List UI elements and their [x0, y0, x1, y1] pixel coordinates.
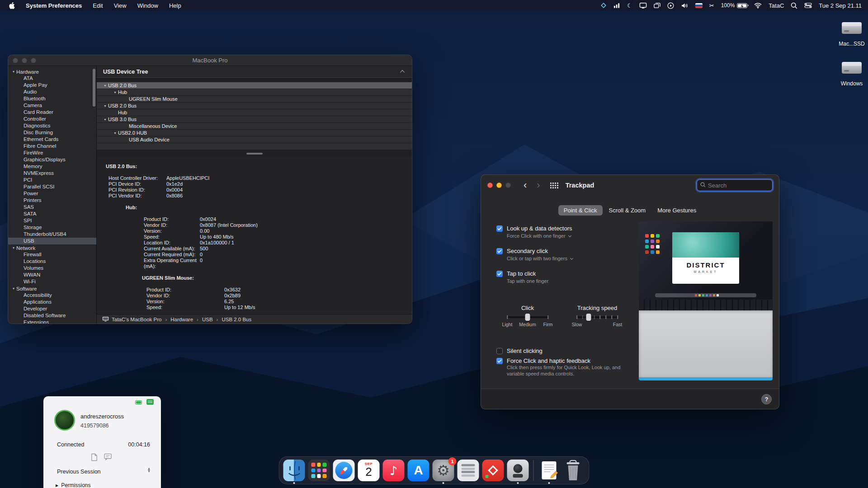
sidebar-item[interactable]: Firewall [8, 251, 96, 258]
sidebar-item[interactable]: Disc Burning [8, 129, 96, 136]
collapse-chevron-icon[interactable] [400, 70, 405, 75]
disclosure-triangle-icon[interactable]: ▾ [112, 90, 118, 94]
sidebar-item[interactable]: Audio [8, 89, 96, 95]
click-firmness-slider[interactable] [507, 316, 548, 318]
menu-edit[interactable]: Edit [93, 2, 103, 9]
sidebar-item[interactable]: Storage [8, 224, 96, 231]
menu-view[interactable]: View [114, 2, 127, 9]
sidebar-section-software[interactable]: ▾ Software [8, 285, 96, 292]
spotlight-search-icon[interactable] [791, 1, 797, 9]
sidebar-item[interactable]: WWAN [8, 272, 96, 278]
checkbox-force-click[interactable] [496, 358, 503, 364]
sidebar-item[interactable]: Ethernet Cards [8, 136, 96, 143]
dock-music-icon[interactable]: ♪ [383, 460, 405, 481]
checkbox-secondary-click[interactable] [496, 248, 503, 254]
slider-thumb[interactable] [525, 314, 530, 321]
volume-icon[interactable] [681, 1, 689, 9]
fast-user-switch-name[interactable]: TataC [769, 2, 784, 9]
apple-menu-icon[interactable] [9, 2, 15, 9]
dock-launchpad-icon[interactable] [308, 460, 330, 481]
pane-splitter[interactable] [97, 150, 412, 157]
windows-stack-icon[interactable] [654, 1, 660, 9]
tree-row[interactable]: UGREEN Slim Mouse [97, 96, 412, 103]
disclosure-triangle-icon[interactable]: ▾ [13, 70, 14, 74]
sidebar-item[interactable]: SAS [8, 204, 96, 211]
dock-calendar-icon[interactable]: SEP 2 [358, 460, 380, 481]
tree-row[interactable]: ▾USB 2.0 Bus [97, 103, 412, 109]
trackpad-demo-video[interactable]: DISTRICT MARKET [639, 221, 773, 380]
slider-thumb[interactable] [586, 314, 591, 321]
tree-row[interactable]: Hub [97, 109, 412, 116]
sidebar-item[interactable]: Locations [8, 258, 96, 265]
play-circle-icon[interactable] [667, 1, 674, 9]
scissors-icon[interactable]: ✂ [709, 1, 714, 9]
battery-status[interactable]: 100% [721, 2, 748, 9]
control-center-icon[interactable] [804, 1, 812, 9]
close-button[interactable] [487, 183, 493, 188]
sidebar-item[interactable]: Card Reader [8, 109, 96, 116]
permissions-disclosure[interactable]: ▶ Permissions [56, 482, 91, 488]
tree-row[interactable]: ▾Hub [97, 89, 412, 96]
sidebar-item[interactable]: Applications [8, 299, 96, 305]
sidebar-item[interactable]: Volumes [8, 265, 96, 272]
breadcrumb-item[interactable]: Hardware [170, 317, 193, 322]
breadcrumb-item[interactable]: TataC’s MacBook Pro [112, 317, 161, 322]
sidebar-section-hardware[interactable]: ▾ Hardware [8, 68, 96, 75]
back-button[interactable]: ‹ [524, 181, 527, 189]
sidebar-item[interactable]: SPI [8, 217, 96, 224]
tree-row[interactable]: USB Audio Device [97, 136, 412, 143]
option-setting-dropdown[interactable]: Force Click with one finger [507, 233, 572, 239]
sidebar-item[interactable]: Extensions [8, 319, 96, 324]
sidebar-item[interactable]: SATA [8, 211, 96, 217]
chat-outline-icon[interactable] [104, 453, 112, 463]
tree-row[interactable]: ▾USB 3.0 Bus [97, 116, 412, 123]
sidebar-item[interactable]: Memory [8, 163, 96, 170]
breadcrumb-item[interactable]: USB 2.0 Bus [222, 317, 251, 322]
sidebar-item[interactable]: PCI [8, 177, 96, 183]
display-status-icon[interactable] [639, 1, 647, 9]
dock-red-app-icon[interactable] [482, 460, 504, 481]
sidebar-item[interactable]: Graphics/Displays [8, 156, 96, 163]
sidebar-item[interactable]: Diagnostics [8, 122, 96, 129]
dock-camera-app-icon[interactable] [507, 460, 529, 481]
menu-help[interactable]: Help [169, 2, 181, 9]
breadcrumb-item[interactable]: USB [202, 317, 213, 322]
sidebar-scrollbar[interactable] [93, 69, 95, 107]
disclosure-triangle-icon[interactable]: ▾ [102, 117, 108, 122]
stepper-icon[interactable]: ▲▼ [148, 467, 150, 473]
sidebar-item[interactable]: FireWire [8, 150, 96, 156]
dock-safari-icon[interactable] [333, 460, 355, 481]
dock-document-app-icon[interactable] [538, 460, 560, 481]
show-all-grid-icon[interactable] [550, 183, 558, 188]
sidebar-item[interactable]: Fibre Channel [8, 143, 96, 150]
sidebar-item[interactable]: Thunderbolt/USB4 [8, 231, 96, 238]
tree-row[interactable]: ▾USB2.0 HUB [97, 130, 412, 136]
tree-row[interactable]: ▾USB 2.0 Bus [97, 82, 412, 89]
sidebar-section-network[interactable]: ▾ Network [8, 244, 96, 251]
dark-mode-moon-icon[interactable]: ☾ [627, 1, 632, 9]
menu-app-name[interactable]: System Preferences [26, 2, 82, 9]
dock-system-preferences-icon[interactable]: ⚙ 1 [433, 460, 454, 481]
disclosure-triangle-icon[interactable]: ▾ [102, 84, 108, 88]
dock-appstore-icon[interactable]: A [408, 460, 429, 481]
dock-trash-icon[interactable] [563, 460, 585, 481]
sidebar-item[interactable]: Wi-Fi [8, 278, 96, 285]
sidebar-item[interactable]: Apple Pay [8, 82, 96, 89]
file-transfer-icon[interactable] [91, 453, 98, 463]
sidebar-item[interactable]: Controller [8, 116, 96, 122]
sidebar-item[interactable]: Developer [8, 305, 96, 312]
disclosure-triangle-icon[interactable]: ▾ [102, 104, 108, 108]
splitter-handle[interactable] [246, 153, 263, 155]
usb-device-tree-header[interactable]: USB Device Tree [97, 66, 412, 78]
sidebar-item[interactable]: Bluetooth [8, 95, 96, 102]
desktop-drive-macssd[interactable]: Mac...SSD [831, 18, 868, 47]
sidebar-item[interactable]: Accessibility [8, 292, 96, 299]
minimize-button[interactable] [496, 183, 502, 188]
wifi-icon[interactable] [754, 1, 762, 9]
tab-more-gestures[interactable]: More Gestures [652, 205, 702, 216]
sidebar-item[interactable]: Power [8, 190, 96, 197]
checkbox-look-up[interactable] [496, 225, 503, 232]
tab-point-and-click[interactable]: Point & Click [558, 205, 603, 216]
search-input[interactable] [708, 182, 769, 189]
option-setting-dropdown[interactable]: Click or tap with two fingers [507, 256, 573, 261]
